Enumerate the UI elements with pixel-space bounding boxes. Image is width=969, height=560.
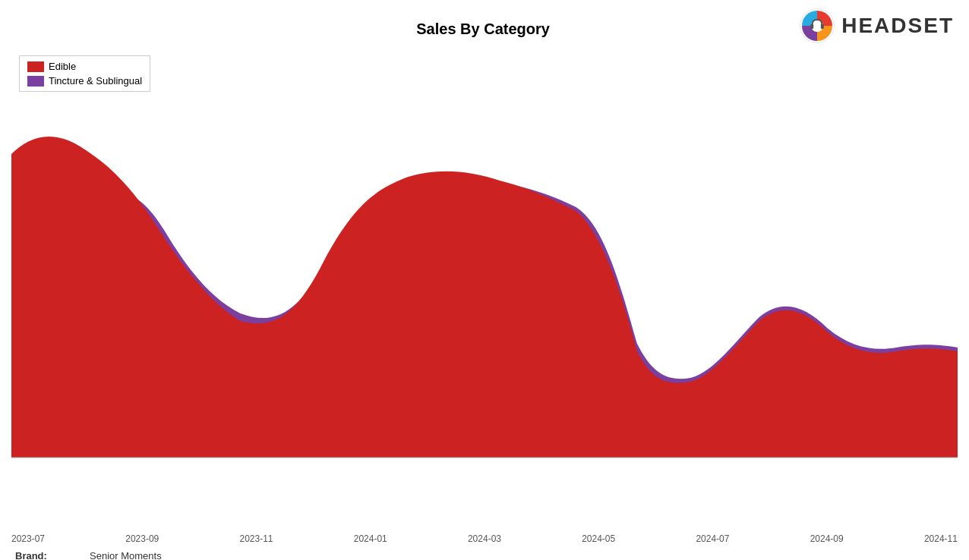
header: Sales By Category HEADSET	[0, 0, 969, 44]
brand-value: Senior Moments	[90, 550, 162, 560]
headset-icon	[799, 8, 835, 44]
sales-chart	[11, 48, 958, 488]
legend-item-tincture: Tincture & Sublingual	[27, 75, 142, 87]
chart-title: Sales By Category	[167, 14, 799, 38]
x-label-2: 2023-11	[239, 533, 273, 544]
x-axis-labels: 2023-07 2023-09 2023-11 2024-01 2024-03 …	[11, 533, 958, 544]
legend-label-edible: Edible	[49, 61, 76, 72]
x-label-3: 2024-01	[354, 533, 387, 544]
x-label-4: 2024-03	[468, 533, 501, 544]
svg-rect-3	[821, 24, 824, 29]
brand-label: Brand:	[15, 550, 84, 560]
legend-color-tincture	[27, 76, 44, 87]
brand-row: Brand: Senior Moments	[15, 550, 954, 560]
legend-label-tincture: Tincture & Sublingual	[49, 75, 142, 87]
legend: Edible Tincture & Sublingual	[19, 55, 150, 92]
x-label-0: 2023-07	[11, 533, 45, 544]
chart-container: Sales By Category HEADSET Ed	[0, 0, 969, 560]
x-label-7: 2024-09	[810, 533, 844, 544]
x-label-6: 2024-07	[696, 533, 729, 544]
x-label-8: 2024-11	[924, 533, 958, 544]
legend-color-edible	[27, 61, 44, 72]
x-label-1: 2023-09	[125, 533, 159, 544]
logo-text: HEADSET	[841, 14, 954, 38]
svg-rect-2	[810, 24, 813, 29]
footer-info: Brand: Senior Moments Date Range: Traili…	[0, 544, 969, 560]
logo-area: HEADSET	[799, 8, 954, 44]
legend-item-edible: Edible	[27, 61, 142, 72]
x-label-5: 2024-05	[582, 533, 615, 544]
chart-area: Edible Tincture & Sublingual	[11, 48, 958, 488]
